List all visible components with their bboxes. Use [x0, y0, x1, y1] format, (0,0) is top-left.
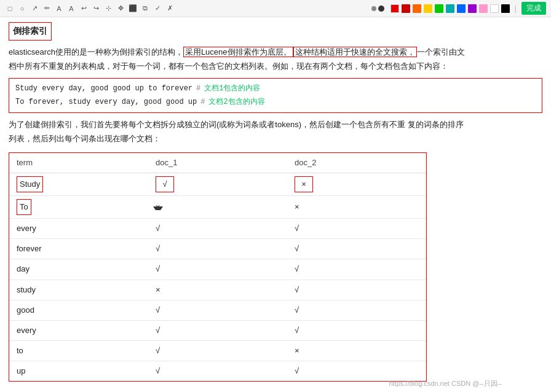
page-title: 倒排索引 — [13, 26, 47, 36]
cell-doc2-8: × — [287, 340, 426, 361]
rect-icon[interactable]: □ — [5, 4, 15, 14]
code-line-2-text: To forever, study every day, good good u… — [15, 96, 197, 109]
cell-doc2-0: × — [287, 173, 426, 196]
size-medium[interactable] — [378, 6, 384, 12]
cell-term-4: day — [9, 259, 148, 280]
highlight-lucene: 采用Lucene倒排索作为底层。 — [183, 47, 293, 57]
table-row: day√√ — [9, 259, 426, 280]
cell-doc1-5: × — [148, 280, 287, 300]
cell-doc1-7: √ — [148, 320, 287, 340]
toolbar: □ ○ ↗ ✏ A A ↩ ↪ ⊹ ✥ ⬛ ⧉ ✓ ✗ | 完成 — [0, 0, 551, 17]
cell-doc1-4: √ — [148, 259, 287, 280]
index-table: term doc_1 doc_2 Study√×To××every√√forev… — [9, 152, 427, 382]
color-black[interactable] — [501, 4, 510, 13]
table-row: Study√× — [9, 173, 426, 196]
term-highlight-box: To — [17, 199, 31, 215]
color-pink[interactable] — [479, 4, 488, 13]
font-icon[interactable]: A — [66, 4, 76, 14]
cell-term-8: to — [9, 340, 148, 361]
size-small[interactable] — [371, 6, 376, 11]
table-row: to√× — [9, 340, 426, 361]
cell-term-5: study — [9, 280, 148, 300]
paragraph-2: 为了创建倒排索引，我们首先要将每个文档拆分成独立的词(或称为词条或者tokens… — [9, 118, 542, 146]
cell-doc2-2: √ — [287, 219, 426, 239]
table-row: good√√ — [9, 300, 426, 320]
cell-doc2-7: √ — [287, 320, 426, 340]
code-block: Study every day, good good up to forever… — [9, 78, 542, 113]
color-red2[interactable] — [402, 4, 410, 13]
color-white[interactable] — [490, 4, 499, 13]
color-red[interactable] — [390, 4, 399, 13]
watermark: https://blog.csdn.net CSDN @--只因-- — [389, 379, 502, 388]
table-row: every√√ — [9, 320, 426, 340]
table-header-row: term doc_1 doc_2 — [9, 153, 426, 173]
code-line-1-hash: # — [196, 82, 200, 96]
code-line-2: To forever, study every day, good good u… — [15, 96, 536, 109]
cell-term-9: up — [9, 361, 148, 381]
cell-doc2-1: × — [287, 196, 426, 219]
cursor-indicator: × — [156, 200, 161, 214]
code-line-2-hash: # — [200, 96, 205, 109]
code-line-1-text: Study every day, good good up to forever — [15, 82, 192, 96]
cell-term-1: To — [9, 196, 148, 219]
col-header-doc2: doc_2 — [287, 153, 426, 173]
table-row: To×× — [9, 196, 426, 219]
toolbar-right: | 完成 — [371, 2, 546, 15]
col-header-doc1: doc_1 — [148, 153, 287, 173]
pencil-icon[interactable]: ✏ — [42, 4, 52, 14]
cell-doc2-5: √ — [287, 280, 426, 300]
circle-icon[interactable]: ○ — [17, 4, 27, 14]
arrow-icon[interactable]: ↗ — [30, 4, 39, 14]
check-icon[interactable]: ✓ — [153, 4, 162, 14]
cell-doc1-3: √ — [148, 239, 287, 259]
table-row: forever√√ — [9, 239, 426, 259]
cell-doc1-0: √ — [148, 173, 287, 196]
undo-icon[interactable]: ↩ — [79, 4, 89, 14]
paragraph-1: elasticsearch使用的是一种称为倒排索引的结构，采用Lucene倒排索… — [9, 45, 542, 74]
color-blue[interactable] — [457, 4, 466, 13]
color-teal[interactable] — [446, 4, 454, 13]
redo-icon[interactable]: ↪ — [91, 4, 101, 14]
cell-term-3: forever — [9, 239, 148, 259]
col-header-term: term — [9, 153, 148, 173]
cell-doc1-6: √ — [148, 300, 287, 320]
cell-term-6: good — [9, 300, 148, 320]
finish-button[interactable]: 完成 — [521, 2, 546, 15]
main-content: 倒排索引 elasticsearch使用的是一种称为倒排索引的结构，采用Luce… — [0, 17, 551, 386]
toolbar-tools: □ ○ ↗ ✏ A A ↩ ↪ ⊹ ✥ ⬛ ⧉ ✓ ✗ — [5, 4, 175, 14]
cursor-select-icon[interactable]: ⊹ — [103, 4, 113, 14]
table-row: study×√ — [9, 280, 426, 300]
cell-doc2-3: √ — [287, 239, 426, 259]
code-line-2-label: 文档2包含的内容 — [208, 96, 264, 109]
cell-doc1-1: × — [148, 196, 287, 219]
table-row: up√√ — [9, 361, 426, 381]
code-line-1: Study every day, good good up to forever… — [15, 82, 536, 96]
color-orange[interactable] — [413, 4, 421, 13]
move-icon[interactable]: ✥ — [116, 4, 125, 14]
cell-doc2-4: √ — [287, 259, 426, 280]
divider: | — [515, 4, 517, 13]
term-highlight-box: Study — [17, 176, 43, 192]
size-indicator — [371, 6, 384, 12]
copy-icon[interactable]: ⧉ — [140, 4, 150, 14]
cell-term-7: every — [9, 320, 148, 340]
cell-doc1-9: √ — [148, 361, 287, 381]
cell-doc1-8: √ — [148, 340, 287, 361]
close-icon[interactable]: ✗ — [165, 4, 175, 14]
table-row: every√√ — [9, 219, 426, 239]
cell-term-0: Study — [9, 173, 148, 196]
highlight-fulltext: 这种结构适用于快速的全文搜索， — [293, 47, 417, 57]
color-yellow[interactable] — [424, 4, 432, 13]
save-icon[interactable]: ⬛ — [128, 4, 138, 14]
title-box: 倒排索引 — [9, 22, 52, 41]
cell-doc2-9: √ — [287, 361, 426, 381]
cell-doc1-2: √ — [148, 219, 287, 239]
color-purple[interactable] — [468, 4, 477, 13]
text-icon[interactable]: A — [54, 4, 64, 14]
doc1-highlight-box: √ — [156, 176, 174, 192]
doc2-highlight-box: × — [295, 176, 313, 192]
color-green[interactable] — [435, 4, 443, 13]
code-line-1-label: 文档1包含的内容 — [204, 82, 260, 96]
cell-term-2: every — [9, 219, 148, 239]
cell-doc2-6: √ — [287, 300, 426, 320]
